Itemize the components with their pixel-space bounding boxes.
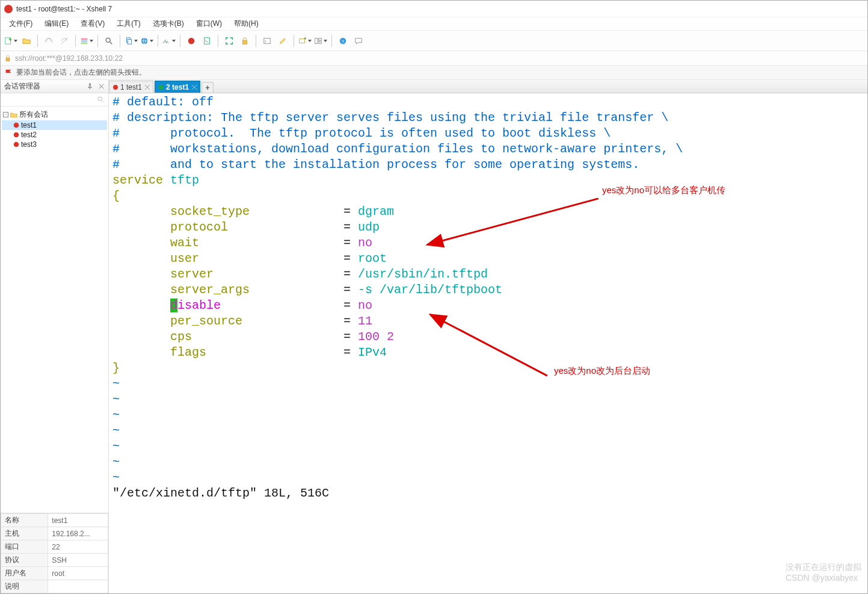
menu-view[interactable]: 查看(V) [76, 17, 109, 30]
tab-session-2[interactable]: 2 test1 [155, 81, 200, 93]
tab-close-icon[interactable] [191, 84, 197, 90]
annotation-disable: yes改为no改为后台启动 [554, 365, 650, 377]
terminal-view[interactable]: # default: off # description: The tftp s… [109, 93, 867, 593]
open-session-button[interactable] [20, 34, 33, 48]
panel-search[interactable] [1, 93, 108, 107]
lock-icon [4, 55, 11, 62]
svg-point-23 [98, 97, 102, 101]
svg-rect-8 [128, 39, 131, 44]
new-tab-button[interactable]: + [202, 82, 214, 93]
close-icon[interactable] [98, 83, 105, 90]
find-button[interactable] [102, 34, 115, 48]
session-icon [13, 141, 20, 148]
dropdown-arrow-icon [90, 40, 93, 42]
pin-icon[interactable] [87, 83, 93, 90]
address-bar[interactable]: ssh://root:***@192.168.233.10:22 [1, 51, 867, 66]
script-button[interactable] [200, 34, 214, 48]
tab-label: 2 test1 [166, 83, 189, 91]
svg-rect-22 [6, 58, 10, 61]
copy-button[interactable] [125, 34, 138, 48]
new-session-button[interactable] [4, 34, 17, 48]
session-tree: - 所有会话 test1 test2 test3 [1, 107, 108, 513]
search-icon [97, 96, 105, 104]
svg-rect-18 [319, 38, 321, 40]
tree-root[interactable]: - 所有会话 [2, 109, 107, 120]
tree-session[interactable]: test3 [2, 140, 107, 149]
script-icon [203, 37, 211, 45]
chat-button[interactable] [352, 34, 365, 48]
address-text: ssh://root:***@192.168.233.10:22 [15, 54, 123, 63]
prop-desc-label: 说明 [1, 580, 48, 593]
prop-name-value: test1 [48, 514, 108, 527]
dropdown-arrow-icon [324, 40, 327, 42]
highlighter-icon [279, 37, 287, 45]
disconnect-button[interactable] [58, 34, 71, 48]
prop-host-value: 192.168.2... [48, 527, 108, 540]
reconnect-button[interactable] [42, 34, 55, 48]
new-window-button[interactable] [298, 34, 312, 48]
svg-point-27 [14, 142, 19, 147]
tree-session[interactable]: test1 [2, 120, 107, 130]
lock-icon [241, 37, 249, 45]
svg-line-6 [110, 42, 112, 44]
folder-icon [10, 111, 18, 119]
help-button[interactable]: ? [336, 34, 349, 48]
tree-session-label: test2 [21, 131, 37, 139]
lock-button[interactable] [238, 34, 251, 48]
prop-proto-label: 协议 [1, 554, 48, 567]
menu-edit[interactable]: 编辑(E) [40, 17, 73, 30]
dropdown-arrow-icon [172, 40, 176, 42]
folder-icon [22, 37, 31, 45]
layout-button[interactable] [314, 34, 327, 48]
tab-label: 1 test1 [120, 83, 142, 91]
svg-rect-2 [81, 38, 88, 40]
font-button[interactable]: AA [162, 34, 176, 48]
svg-point-12 [188, 37, 195, 44]
tree-session-label: test1 [21, 121, 37, 129]
prop-user-value: root [48, 567, 108, 580]
highlight-button[interactable] [276, 34, 289, 48]
record-icon [187, 37, 195, 45]
tab-session-1[interactable]: 1 test1 [109, 81, 153, 93]
svg-point-25 [14, 123, 19, 128]
record-button[interactable] [185, 34, 198, 48]
menu-bar: 文件(F) 编辑(E) 查看(V) 工具(T) 选项卡(B) 窗口(W) 帮助(… [1, 17, 867, 31]
tab-strip: 1 test1 2 test1 + [109, 80, 867, 93]
tree-session-label: test3 [21, 140, 37, 149]
menu-window[interactable]: 窗口(W) [191, 17, 227, 30]
menu-file[interactable]: 文件(F) [4, 17, 37, 30]
svg-rect-3 [81, 40, 88, 42]
menu-tabs[interactable]: 选项卡(B) [148, 17, 189, 30]
fullscreen-button[interactable] [223, 34, 236, 48]
rows-icon [80, 37, 88, 45]
session-icon [13, 122, 20, 129]
title-bar: test1 - root@test1:~ - Xshell 7 [1, 1, 867, 17]
terminal-button[interactable] [260, 34, 274, 48]
font-icon: AA [162, 37, 171, 45]
tree-session[interactable]: test2 [2, 130, 107, 140]
svg-text:A: A [166, 40, 169, 44]
svg-line-1 [61, 37, 68, 44]
panel-title: 会话管理器 [4, 81, 40, 91]
app-logo-icon [4, 5, 13, 13]
session-properties: 名称test1 主机192.168.2... 端口22 协议SSH 用户名roo… [1, 513, 108, 593]
watermark: 没有正在运行的虚拟 CSDN @yaxiabyex [786, 562, 861, 583]
menu-help[interactable]: 帮助(H) [229, 17, 263, 30]
copy-icon [125, 37, 133, 45]
menu-tools[interactable]: 工具(T) [112, 17, 145, 30]
globe-icon [140, 37, 149, 45]
unplug-icon [60, 37, 69, 45]
svg-point-5 [106, 38, 110, 42]
svg-rect-14 [243, 40, 247, 44]
collapse-toggle-icon[interactable]: - [3, 112, 8, 117]
svg-rect-4 [81, 42, 88, 44]
layout-icon [314, 37, 322, 45]
help-icon: ? [339, 37, 347, 45]
dropdown-arrow-icon [134, 40, 138, 42]
flag-icon [4, 69, 13, 77]
properties-button[interactable] [80, 34, 93, 48]
svg-rect-17 [315, 38, 318, 43]
globe-button[interactable] [140, 34, 153, 48]
chat-icon [354, 37, 363, 45]
tab-close-icon[interactable] [144, 84, 150, 90]
